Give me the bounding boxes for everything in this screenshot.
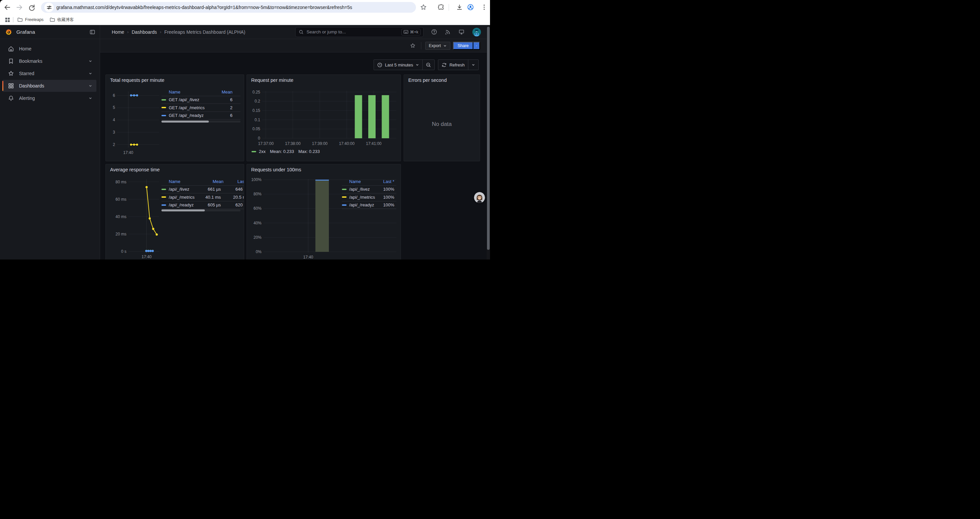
legend-table-header: NameMeanLast * bbox=[161, 178, 244, 186]
site-settings-icon[interactable] bbox=[45, 3, 54, 12]
svg-text:2: 2 bbox=[113, 142, 115, 147]
column-mean[interactable]: Mean bbox=[203, 179, 223, 184]
breadcrumb-separator: › bbox=[127, 29, 129, 34]
legend-table: NameMeanLast */api/_/livez661 µs646 µs/a… bbox=[161, 178, 244, 209]
legend-scrollbar[interactable] bbox=[161, 121, 240, 123]
page-scrollbar[interactable] bbox=[487, 25, 490, 260]
svg-text:80 ms: 80 ms bbox=[115, 180, 126, 184]
reload-icon[interactable] bbox=[28, 4, 35, 11]
sidebar-item-starred[interactable]: Starred bbox=[2, 67, 96, 80]
kiosk-monitor-icon[interactable] bbox=[459, 29, 464, 35]
home-icon bbox=[8, 46, 14, 52]
series-color-pill[interactable] bbox=[161, 204, 166, 206]
back-icon[interactable] bbox=[4, 4, 11, 11]
favorite-star-icon[interactable] bbox=[410, 43, 415, 48]
panel-title[interactable]: Errors per second bbox=[408, 77, 447, 83]
breadcrumb-home[interactable]: Home bbox=[112, 29, 124, 35]
column-mean[interactable]: Mean bbox=[213, 89, 232, 94]
cell-value: 620 µs bbox=[223, 203, 244, 208]
legend-row[interactable]: /api/_/readyz605 µs620 µs bbox=[161, 201, 244, 209]
legend-row[interactable]: /api/_/livez661 µs646 µs bbox=[161, 186, 244, 194]
series-name[interactable]: /api/_/livez bbox=[349, 187, 378, 192]
search-field[interactable] bbox=[306, 29, 401, 35]
dock-sidebar-icon[interactable] bbox=[90, 29, 95, 35]
legend-row[interactable]: GET /api/_/livez6 bbox=[161, 96, 240, 104]
profile-icon[interactable] bbox=[467, 4, 474, 11]
series-color-pill[interactable] bbox=[342, 189, 347, 190]
panel-errors-per-second: Errors per second No data bbox=[404, 75, 480, 161]
series-color-pill[interactable] bbox=[161, 99, 166, 101]
sidebar-item-dashboards[interactable]: Dashboards bbox=[2, 80, 96, 92]
series-name[interactable]: GET /api/_/readyz bbox=[169, 113, 213, 118]
share-menu-button[interactable] bbox=[473, 42, 480, 50]
svg-text:20 ms: 20 ms bbox=[115, 232, 126, 236]
series-name[interactable]: GET /api/_/metrics bbox=[169, 105, 213, 110]
scrollbar-thumb[interactable] bbox=[487, 27, 490, 250]
chevron-down-icon[interactable] bbox=[88, 96, 92, 100]
sidebar-item-home[interactable]: Home bbox=[2, 43, 96, 55]
column-last[interactable]: Last * bbox=[223, 179, 244, 184]
column-name[interactable]: Name bbox=[169, 179, 200, 184]
cell-value: 661 µs bbox=[200, 187, 221, 192]
bookmark-star-icon[interactable] bbox=[420, 4, 427, 11]
url-input[interactable] bbox=[54, 5, 416, 10]
sidebar-item-alerting[interactable]: Alerting bbox=[2, 92, 96, 104]
help-icon[interactable] bbox=[431, 29, 437, 35]
legend-item-2xx[interactable]: 2xx bbox=[251, 149, 266, 154]
search-input[interactable]: ⌘+k bbox=[295, 27, 424, 37]
column-name[interactable]: Name bbox=[349, 179, 378, 184]
breadcrumb-dashboards[interactable]: Dashboards bbox=[132, 29, 157, 35]
cell-value: 646 µs bbox=[223, 187, 244, 192]
refresh-interval-dropdown[interactable] bbox=[468, 60, 478, 70]
legend-row[interactable]: /api/_/livez100% bbox=[342, 186, 396, 194]
legend-row[interactable]: /api/_/readyz100% bbox=[342, 201, 396, 209]
url-bar[interactable] bbox=[41, 2, 416, 13]
request-per-minute-chart[interactable]: 0.250.20.150.10.05017:37:0017:38:0017:39… bbox=[247, 75, 401, 161]
news-rss-icon[interactable] bbox=[445, 29, 451, 35]
svg-text:17:39:00: 17:39:00 bbox=[312, 141, 328, 146]
download-icon[interactable] bbox=[456, 4, 463, 11]
series-color-pill[interactable] bbox=[342, 204, 347, 206]
series-name[interactable]: /api/_/metrics bbox=[169, 195, 200, 200]
chevron-down-icon[interactable] bbox=[88, 84, 92, 88]
column-name[interactable]: Name bbox=[169, 89, 213, 94]
chevron-down-icon[interactable] bbox=[88, 59, 92, 63]
export-button[interactable]: Export bbox=[425, 42, 450, 50]
user-avatar[interactable] bbox=[473, 28, 481, 37]
series-name[interactable]: /api/_/readyz bbox=[169, 203, 200, 208]
series-color-pill[interactable] bbox=[161, 196, 166, 198]
series-color-pill[interactable] bbox=[161, 115, 166, 116]
legend-row[interactable]: GET /api/_/readyz6 bbox=[161, 112, 240, 120]
series-name[interactable]: /api/_/readyz bbox=[349, 203, 378, 208]
legend-row[interactable]: GET /api/_/metrics2 bbox=[161, 104, 240, 112]
cell-value: 100% bbox=[378, 195, 394, 200]
chevron-down-icon[interactable] bbox=[88, 72, 92, 75]
legend-scrollbar[interactable] bbox=[161, 209, 240, 211]
series-name[interactable]: /api/_/livez bbox=[169, 187, 200, 192]
sidebar-item-bookmarks[interactable]: Bookmarks bbox=[2, 55, 96, 67]
svg-text:100%: 100% bbox=[251, 177, 261, 182]
breadcrumb-separator: › bbox=[160, 29, 161, 34]
series-name[interactable]: GET /api/_/livez bbox=[169, 97, 213, 102]
series-color-pill[interactable] bbox=[161, 107, 166, 108]
share-button[interactable]: Share bbox=[453, 42, 473, 50]
legend-row[interactable]: /api/_/metrics100% bbox=[342, 193, 396, 201]
column-last[interactable]: Last * bbox=[378, 179, 394, 184]
time-range-picker[interactable]: Last 5 minutes bbox=[374, 60, 423, 70]
series-color-pill[interactable] bbox=[342, 196, 347, 198]
bookmark-folder-freeleaps[interactable]: Freeleaps bbox=[18, 17, 44, 22]
extensions-icon[interactable] bbox=[438, 4, 445, 11]
zoom-out-button[interactable] bbox=[423, 60, 434, 70]
floating-assistant-avatar[interactable] bbox=[474, 192, 485, 203]
apps-grid-icon[interactable] bbox=[5, 17, 10, 23]
sidebar-item-label: Alerting bbox=[19, 96, 35, 101]
panel-average-response-time: Average response time 80 ms60 ms40 ms20 … bbox=[105, 164, 244, 260]
series-color-pill[interactable] bbox=[161, 189, 166, 190]
browser-menu-icon[interactable] bbox=[480, 4, 488, 11]
legend-row[interactable]: /api/_/metrics40.1 ms20.5 ms bbox=[161, 193, 244, 201]
series-name[interactable]: /api/_/metrics bbox=[349, 195, 378, 200]
bookmark-folder-blogs[interactable]: 收藏博客 bbox=[50, 17, 74, 23]
refresh-button[interactable]: Refresh bbox=[438, 60, 468, 70]
grafana-logo[interactable] bbox=[5, 29, 12, 35]
svg-text:0: 0 bbox=[258, 136, 260, 141]
